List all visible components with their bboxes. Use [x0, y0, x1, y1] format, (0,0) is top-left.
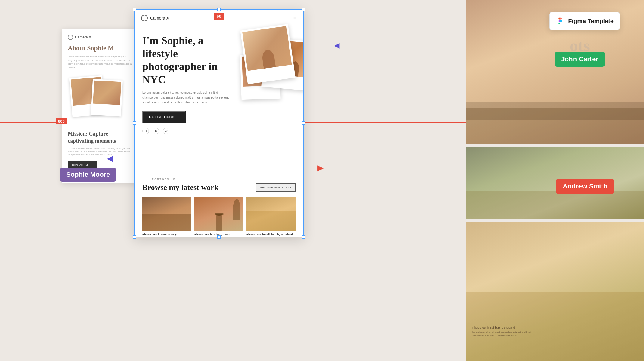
get-in-touch-button[interactable]: GET IN TOUCH → — [142, 111, 186, 123]
measure-badge-800: 800 — [56, 118, 67, 124]
polaroid-img-2 — [93, 81, 121, 105]
portfolio-img-2 — [194, 197, 243, 231]
frame-logo-text: Camera X — [150, 16, 169, 20]
andrew-smith-label: Andrew Smith — [556, 179, 614, 194]
camera-x-icon-left — [68, 35, 73, 40]
john-carter-label: John Carter — [555, 52, 605, 67]
figma-badge: Figma Template — [549, 12, 620, 30]
portfolio-title-row: Browse my latest work BROWSE PORTFOLIO — [142, 183, 296, 192]
right-bg-mid — [466, 147, 644, 219]
instagram-icon-hero[interactable]: ⊙ — [142, 128, 149, 134]
left-card: Camera X About Sophie M Lorem ipsum dolo… — [62, 29, 138, 183]
frame-logo: Camera X — [141, 15, 169, 21]
portfolio-title: Browse my latest work — [142, 183, 218, 192]
hamburger-menu[interactable]: ≡ — [293, 14, 297, 21]
browse-portfolio-button[interactable]: BROWSE PORTFOLIO — [256, 183, 296, 192]
sophie-moore-label: Sophie Moore — [60, 168, 116, 182]
portfolio-line — [142, 179, 150, 179]
portfolio-item-3: Photoshoot in Edinburgh, Scottland Lorem… — [246, 197, 296, 237]
left-polaroid-container — [68, 74, 132, 126]
portfolio-item-desc-2: Lorem ipsum dolor sit amet, consectetur … — [194, 237, 243, 237]
left-card-logo: Camera X — [68, 35, 132, 40]
arrow-left-icon: ◀ — [107, 153, 113, 163]
arrow-right-icon: ◀ — [334, 41, 339, 50]
flickr-icon-hero[interactable]: ⦿ — [163, 128, 169, 134]
portfolio-item-2: Photoshoot in Tulum, Canun Lorem ipsum d… — [194, 197, 243, 237]
portfolio-img-3 — [246, 197, 296, 231]
camera-x-icon-main — [141, 15, 148, 21]
get-in-touch-label: GET IN TOUCH → — [149, 115, 179, 119]
left-logo-text: Camera X — [75, 35, 91, 39]
hero-photos — [226, 24, 304, 108]
portfolio-item-desc-3: Lorem ipsum dolor sit amet, consectetur … — [246, 237, 296, 237]
behance-icon-hero[interactable]: B — [153, 128, 159, 134]
right-bottom-caption-desc: Lorem ipsum dolor sit amet, consectetur … — [472, 330, 533, 337]
hero-social-row: ⊙ B ⦿ — [142, 128, 296, 134]
right-bg-bottom: Photoshoot in Edinburgh, Scottland Lorem… — [466, 222, 644, 361]
left-card-lorem: Lorem ipsum dolor sit amet, consectetur … — [68, 55, 132, 69]
hero-heading: I'm Sophie, a lifestyle photographer in … — [142, 34, 239, 86]
portfolio-item-title-3: Photoshoot in Edinburgh, Scottland — [246, 233, 296, 236]
left-card-lorem2: Lorem ipsum dolor sit amet, consectetur … — [68, 147, 132, 157]
right-bottom-caption-title: Photoshoot in Edinburgh, Scottland — [472, 326, 638, 329]
portfolio-grid: Photoshoot in Genoa, Italy Lorem ipsum d… — [142, 197, 296, 237]
hero-description: Lorem ipsum dolor sit amet, consectetur … — [142, 90, 233, 105]
main-frame: Camera X ≡ I'm Sophie, a lifestyle photo… — [134, 9, 304, 237]
portfolio-item-1: Photoshoot in Genoa, Italy Lorem ipsum d… — [142, 197, 191, 237]
hero-polaroid-1 — [240, 24, 295, 84]
mission-text: Mission: Capture captivating moments — [68, 130, 132, 145]
frame-hero: I'm Sophie, a lifestyle photographer in … — [134, 27, 304, 134]
portfolio-item-title-1: Photoshoot in Genoa, Italy — [142, 233, 191, 236]
portfolio-tag-text: PORTOFOLIO — [152, 178, 176, 181]
portfolio-item-desc-1: Lorem ipsum dolor sit amet, consectetur … — [142, 237, 191, 237]
portfolio-section: PORTOFOLIO Browse my latest work BROWSE … — [134, 170, 304, 237]
figma-icon — [556, 17, 565, 26]
portfolio-item-title-2: Photoshoot in Tulum, Canun — [194, 233, 243, 236]
portfolio-img-1 — [142, 197, 191, 231]
hero-photo-img-1 — [242, 26, 292, 71]
figma-label: Figma Template — [568, 18, 614, 25]
left-card-heading: About Sophie M — [68, 44, 132, 52]
cursor-arrow-icon: ▶ — [317, 163, 324, 173]
portfolio-tag: PORTOFOLIO — [142, 178, 296, 181]
polaroid-2 — [91, 79, 123, 117]
